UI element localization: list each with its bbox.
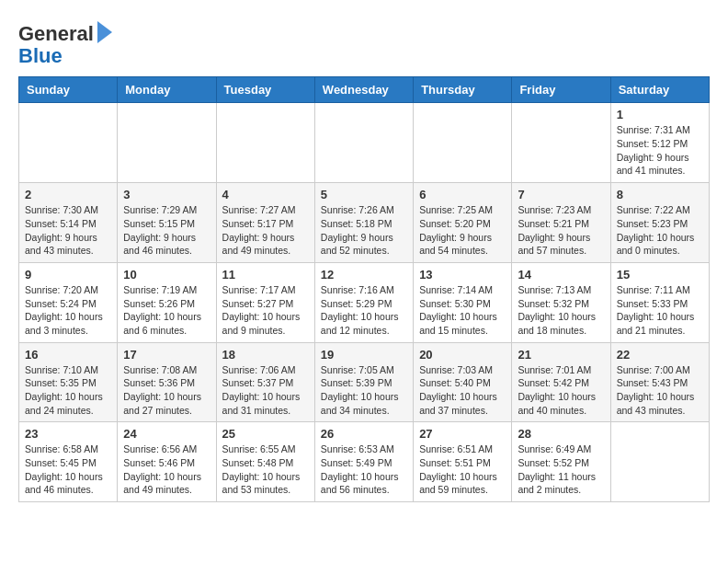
day-number: 26 <box>321 427 407 441</box>
day-number: 18 <box>222 348 309 362</box>
calendar-cell: 23Sunrise: 6:58 AM Sunset: 5:45 PM Dayli… <box>19 422 118 502</box>
day-info: Sunrise: 6:58 AM Sunset: 5:45 PM Dayligh… <box>25 442 111 497</box>
day-number: 11 <box>222 268 309 282</box>
day-info: Sunrise: 7:05 AM Sunset: 5:39 PM Dayligh… <box>321 363 407 418</box>
day-number: 21 <box>518 348 604 362</box>
day-number: 28 <box>518 427 604 441</box>
day-number: 25 <box>222 427 309 441</box>
day-info: Sunrise: 6:51 AM Sunset: 5:51 PM Dayligh… <box>419 442 506 497</box>
calendar-cell: 12Sunrise: 7:16 AM Sunset: 5:29 PM Dayli… <box>314 262 413 342</box>
day-number: 15 <box>617 268 703 282</box>
calendar-cell: 6Sunrise: 7:25 AM Sunset: 5:20 PM Daylig… <box>414 183 512 263</box>
calendar-cell <box>19 103 118 183</box>
weekday-header-wednesday: Wednesday <box>314 77 413 103</box>
day-info: Sunrise: 7:13 AM Sunset: 5:32 PM Dayligh… <box>518 283 604 338</box>
day-info: Sunrise: 7:25 AM Sunset: 5:20 PM Dayligh… <box>419 203 506 258</box>
logo-text: General <box>18 23 94 45</box>
day-info: Sunrise: 7:10 AM Sunset: 5:35 PM Dayligh… <box>25 363 111 418</box>
day-number: 22 <box>617 348 703 362</box>
weekday-header-sunday: Sunday <box>19 77 118 103</box>
day-info: Sunrise: 7:00 AM Sunset: 5:43 PM Dayligh… <box>617 363 703 418</box>
calendar-cell: 15Sunrise: 7:11 AM Sunset: 5:33 PM Dayli… <box>610 262 709 342</box>
calendar-cell: 1Sunrise: 7:31 AM Sunset: 5:12 PM Daylig… <box>610 103 709 183</box>
day-number: 17 <box>123 348 210 362</box>
calendar-week-4: 16Sunrise: 7:10 AM Sunset: 5:35 PM Dayli… <box>19 342 710 422</box>
day-info: Sunrise: 6:56 AM Sunset: 5:46 PM Dayligh… <box>123 442 210 497</box>
day-info: Sunrise: 7:19 AM Sunset: 5:26 PM Dayligh… <box>123 283 210 338</box>
day-number: 2 <box>25 188 111 201</box>
calendar-cell <box>610 422 709 502</box>
weekday-header-thursday: Thursday <box>414 77 512 103</box>
day-number: 12 <box>321 268 407 282</box>
day-info: Sunrise: 7:14 AM Sunset: 5:30 PM Dayligh… <box>419 283 506 338</box>
day-number: 7 <box>518 188 604 201</box>
calendar-cell: 13Sunrise: 7:14 AM Sunset: 5:30 PM Dayli… <box>414 262 512 342</box>
day-info: Sunrise: 6:49 AM Sunset: 5:52 PM Dayligh… <box>518 442 604 497</box>
day-info: Sunrise: 7:17 AM Sunset: 5:27 PM Dayligh… <box>222 283 309 338</box>
calendar-week-1: 1Sunrise: 7:31 AM Sunset: 5:12 PM Daylig… <box>19 103 710 183</box>
calendar-header-row: SundayMondayTuesdayWednesdayThursdayFrid… <box>19 77 710 103</box>
calendar-cell: 27Sunrise: 6:51 AM Sunset: 5:51 PM Dayli… <box>414 422 512 502</box>
day-number: 16 <box>25 348 111 362</box>
calendar-cell: 8Sunrise: 7:22 AM Sunset: 5:23 PM Daylig… <box>610 183 709 263</box>
calendar-cell: 25Sunrise: 6:55 AM Sunset: 5:48 PM Dayli… <box>216 422 314 502</box>
calendar-cell: 9Sunrise: 7:20 AM Sunset: 5:24 PM Daylig… <box>19 262 118 342</box>
calendar-cell: 28Sunrise: 6:49 AM Sunset: 5:52 PM Dayli… <box>512 422 610 502</box>
page-header: General Blue <box>18 18 710 67</box>
day-info: Sunrise: 6:53 AM Sunset: 5:49 PM Dayligh… <box>321 442 407 497</box>
calendar-cell: 16Sunrise: 7:10 AM Sunset: 5:35 PM Dayli… <box>19 342 118 422</box>
day-number: 6 <box>419 188 506 201</box>
day-info: Sunrise: 7:20 AM Sunset: 5:24 PM Dayligh… <box>25 283 111 338</box>
day-number: 27 <box>419 427 506 441</box>
calendar-cell: 19Sunrise: 7:05 AM Sunset: 5:39 PM Dayli… <box>314 342 413 422</box>
calendar-cell: 4Sunrise: 7:27 AM Sunset: 5:17 PM Daylig… <box>216 183 314 263</box>
logo: General Blue <box>18 23 112 67</box>
day-number: 20 <box>419 348 506 362</box>
calendar-cell <box>216 103 314 183</box>
calendar-week-2: 2Sunrise: 7:30 AM Sunset: 5:14 PM Daylig… <box>19 183 710 263</box>
calendar-week-5: 23Sunrise: 6:58 AM Sunset: 5:45 PM Dayli… <box>19 422 710 502</box>
calendar-cell: 7Sunrise: 7:23 AM Sunset: 5:21 PM Daylig… <box>512 183 610 263</box>
day-info: Sunrise: 6:55 AM Sunset: 5:48 PM Dayligh… <box>222 442 309 497</box>
day-number: 10 <box>123 268 210 282</box>
day-info: Sunrise: 7:03 AM Sunset: 5:40 PM Dayligh… <box>419 363 506 418</box>
day-info: Sunrise: 7:27 AM Sunset: 5:17 PM Dayligh… <box>222 203 309 258</box>
day-info: Sunrise: 7:23 AM Sunset: 5:21 PM Dayligh… <box>518 203 604 258</box>
calendar-cell: 2Sunrise: 7:30 AM Sunset: 5:14 PM Daylig… <box>19 183 118 263</box>
calendar-cell: 21Sunrise: 7:01 AM Sunset: 5:42 PM Dayli… <box>512 342 610 422</box>
day-number: 8 <box>617 188 703 201</box>
calendar-cell: 18Sunrise: 7:06 AM Sunset: 5:37 PM Dayli… <box>216 342 314 422</box>
day-info: Sunrise: 7:08 AM Sunset: 5:36 PM Dayligh… <box>123 363 210 418</box>
calendar-week-3: 9Sunrise: 7:20 AM Sunset: 5:24 PM Daylig… <box>19 262 710 342</box>
weekday-header-friday: Friday <box>512 77 610 103</box>
day-number: 23 <box>25 427 111 441</box>
day-number: 9 <box>25 268 111 282</box>
day-number: 4 <box>222 188 309 201</box>
calendar-cell <box>314 103 413 183</box>
calendar-cell: 17Sunrise: 7:08 AM Sunset: 5:36 PM Dayli… <box>118 342 216 422</box>
day-info: Sunrise: 7:06 AM Sunset: 5:37 PM Dayligh… <box>222 363 309 418</box>
day-info: Sunrise: 7:16 AM Sunset: 5:29 PM Dayligh… <box>321 283 407 338</box>
weekday-header-tuesday: Tuesday <box>216 77 314 103</box>
calendar-cell: 20Sunrise: 7:03 AM Sunset: 5:40 PM Dayli… <box>414 342 512 422</box>
day-number: 19 <box>321 348 407 362</box>
calendar-cell: 26Sunrise: 6:53 AM Sunset: 5:49 PM Dayli… <box>314 422 413 502</box>
weekday-header-monday: Monday <box>118 77 216 103</box>
day-info: Sunrise: 7:01 AM Sunset: 5:42 PM Dayligh… <box>518 363 604 418</box>
day-info: Sunrise: 7:29 AM Sunset: 5:15 PM Dayligh… <box>123 203 210 258</box>
day-info: Sunrise: 7:22 AM Sunset: 5:23 PM Dayligh… <box>617 203 703 258</box>
calendar-cell: 3Sunrise: 7:29 AM Sunset: 5:15 PM Daylig… <box>118 183 216 263</box>
day-number: 3 <box>123 188 210 201</box>
calendar-cell: 10Sunrise: 7:19 AM Sunset: 5:26 PM Dayli… <box>118 262 216 342</box>
logo-blue-text: Blue <box>18 45 63 67</box>
day-info: Sunrise: 7:11 AM Sunset: 5:33 PM Dayligh… <box>617 283 703 338</box>
calendar-cell: 5Sunrise: 7:26 AM Sunset: 5:18 PM Daylig… <box>314 183 413 263</box>
calendar-cell <box>118 103 216 183</box>
calendar-table: SundayMondayTuesdayWednesdayThursdayFrid… <box>18 76 710 502</box>
calendar-cell: 24Sunrise: 6:56 AM Sunset: 5:46 PM Dayli… <box>118 422 216 502</box>
day-info: Sunrise: 7:26 AM Sunset: 5:18 PM Dayligh… <box>321 203 407 258</box>
calendar-cell <box>512 103 610 183</box>
calendar-cell: 22Sunrise: 7:00 AM Sunset: 5:43 PM Dayli… <box>610 342 709 422</box>
calendar-cell: 11Sunrise: 7:17 AM Sunset: 5:27 PM Dayli… <box>216 262 314 342</box>
calendar-cell: 14Sunrise: 7:13 AM Sunset: 5:32 PM Dayli… <box>512 262 610 342</box>
